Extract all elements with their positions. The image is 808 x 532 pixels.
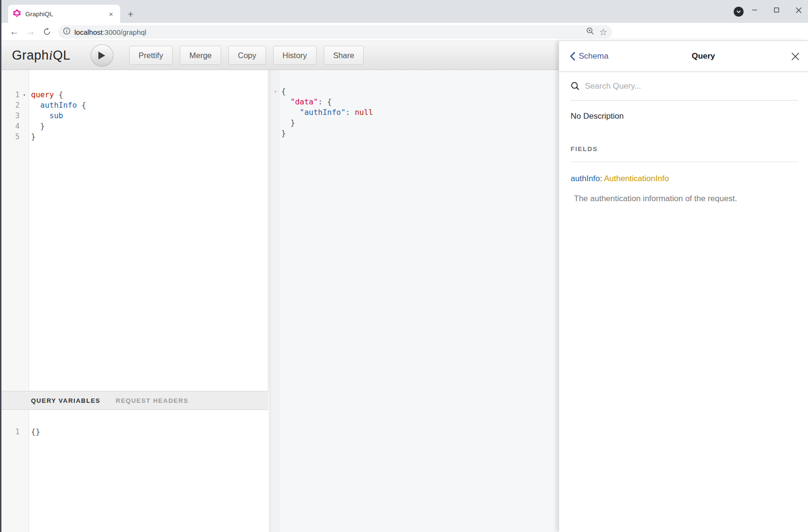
minimize-button[interactable] [744,0,766,20]
code-text: query { [31,90,63,100]
line-number: 3 [1,111,20,121]
code-text: { [281,86,286,97]
doc-close-button[interactable] [781,52,808,61]
code-text: "authInfo": null [281,107,373,118]
play-icon [98,51,106,60]
query-editor[interactable]: 1▾query {2 authInfo {3 sub4 }5} [1,70,268,391]
doc-field-row: authInfo: AuthenticationInfo [571,174,798,184]
code-text: authInfo { [31,100,86,111]
doc-explorer-title: Query [626,51,781,61]
doc-explorer-header: Schema Query [559,41,808,72]
line-number: 1 [1,90,20,100]
graphiql-logo: GraphiQL [12,48,71,63]
browser-navbar: ← → localhost:3000/graphql ☆ P [1,23,808,41]
window-close-button[interactable] [788,0,808,20]
result-code-line: "authInfo": null [271,107,559,118]
new-tab-button[interactable]: + [124,8,137,20]
toolbar-buttons: PrettifyMergeCopyHistoryShare [129,46,364,65]
toolbar-button-prettify[interactable]: Prettify [129,46,173,65]
doc-field-description: The authentication information of the re… [574,194,798,204]
tab-request-headers[interactable]: REQUEST HEADERS [116,397,189,404]
browser-tab[interactable]: GraphiQL × [8,5,120,23]
code-text: sub [31,111,63,121]
tab-title: GraphiQL [25,10,107,18]
doc-search-field[interactable]: Search Query... [571,72,798,101]
code-text: } [31,132,36,142]
toolbar-button-merge[interactable]: Merge [180,46,221,65]
line-number: 4 [1,121,20,132]
tab-close-icon[interactable]: × [107,10,115,18]
result-viewer: ▾{ "data": { "authInfo": null }} [271,70,559,532]
result-fold-gutter [271,70,280,532]
query-code-line: 2 authInfo { [1,100,268,111]
doc-fields-label: FIELDS [571,145,798,162]
toolbar-button-share[interactable]: Share [324,46,364,65]
browser-window: GraphiQL × + ← → localhost:3000/graphql [0,0,808,532]
toolbar-button-copy[interactable]: Copy [228,46,266,65]
tab-strip: GraphiQL × + [1,0,808,23]
doc-explorer-body: Search Query... No Description FIELDS au… [559,72,808,204]
search-icon [571,82,580,91]
doc-back-label: Schema [579,51,608,61]
doc-explorer-panel: Schema Query Search Query... No Descript… [559,41,808,532]
variables-tab-bar: QUERY VARIABLES REQUEST HEADERS [1,391,268,410]
variables-code-line: 1{} [1,427,268,437]
variables-editor[interactable]: 1{} [1,410,268,532]
chevron-left-icon [570,52,575,61]
forward-icon[interactable]: → [23,25,38,39]
doc-back-link[interactable]: Schema [570,51,626,61]
bookmark-star-icon[interactable]: ☆ [599,28,607,37]
zoom-level-icon[interactable] [586,27,594,37]
code-text: {} [31,427,40,437]
line-number: 5 [1,132,20,142]
code-text: } [31,121,45,132]
fold-arrow-icon[interactable]: ▾ [271,86,280,97]
result-code-line: ▾{ [271,86,559,97]
url-text: localhost:3000/graphql [74,28,146,36]
doc-field-name-link[interactable]: authInfo [571,174,600,183]
doc-type-name-link[interactable]: AuthenticationInfo [604,174,669,183]
tab-query-variables[interactable]: QUERY VARIABLES [31,397,101,404]
query-code-line: 3 sub [1,111,268,121]
doc-search-placeholder: Search Query... [585,82,641,91]
line-number: 1 [1,427,20,437]
execute-query-button[interactable] [91,44,113,66]
maximize-button[interactable] [766,0,788,20]
code-text: } [281,118,295,128]
code-text: } [281,128,286,139]
graphiql-toolbar: GraphiQL PrettifyMergeCopyHistoryShare [1,41,559,70]
tab-search-button[interactable] [734,7,744,17]
fold-arrow-icon[interactable]: ▾ [20,90,29,100]
graphiql-favicon-icon [13,9,21,19]
toolbar-button-history[interactable]: History [273,46,317,65]
close-icon [791,52,800,61]
result-code-line: "data": { [271,97,559,107]
result-code-line: } [271,118,559,128]
address-bar[interactable]: localhost:3000/graphql ☆ [58,25,612,39]
result-code-line: } [271,128,559,139]
reload-icon[interactable] [40,25,54,39]
back-icon[interactable]: ← [7,25,21,39]
doc-no-description: No Description [571,112,798,121]
page-info-icon[interactable] [63,27,71,37]
query-code-line: 4 } [1,121,268,132]
query-code-line: 5} [1,132,268,142]
line-number: 2 [1,100,20,111]
window-controls [744,0,808,20]
query-code-line: 1▾query { [1,90,268,100]
code-text: "data": { [281,97,332,107]
